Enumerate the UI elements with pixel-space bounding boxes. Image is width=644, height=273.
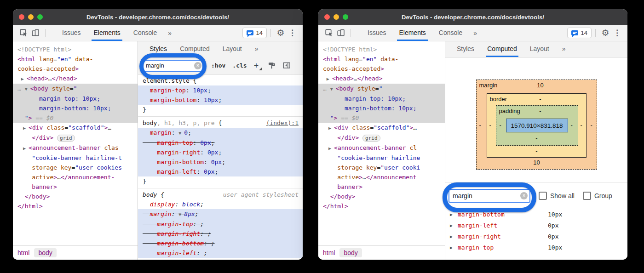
computed-property-row[interactable]: ▶margin-right0px	[445, 231, 627, 242]
code-line[interactable]: … ▼ <body style="	[318, 84, 445, 94]
breadcrumb-body[interactable]: body	[34, 248, 56, 257]
border-left-value[interactable]: -	[489, 121, 491, 130]
more-tabs-icon[interactable]: »	[469, 29, 482, 37]
margin-top-value[interactable]: 10	[531, 82, 550, 89]
code-line[interactable]: margin-bottom: 0px;	[138, 157, 303, 167]
code-line[interactable]: </div> grid	[318, 133, 445, 143]
css-rule-section[interactable]: body, h1, h3, p, pre {(index):1 margin: …	[138, 117, 303, 188]
breadcrumb-html[interactable]: html	[323, 249, 335, 256]
code-line[interactable]: margin-bottom: 10px;	[138, 95, 303, 105]
code-line[interactable]: ▶ <announcement-banner clas	[13, 143, 138, 153]
code-line[interactable]: body {user agent stylesheet	[138, 190, 303, 199]
padding-right-value[interactable]: -	[571, 121, 573, 130]
tab-issues[interactable]: Issues	[56, 25, 87, 41]
code-line[interactable]: margin-top: ;	[138, 219, 303, 229]
border-top-value[interactable]: -	[531, 96, 550, 102]
issues-counter[interactable]: 14	[567, 28, 592, 38]
more-sidebar-tabs-icon[interactable]: »	[250, 41, 264, 57]
minimize-button[interactable]	[334, 14, 339, 20]
code-line[interactable]: <html lang="en" data-	[318, 54, 445, 64]
code-line[interactable]: <!DOCTYPE html>	[13, 45, 138, 54]
settings-gear-icon[interactable]: ⚙	[275, 27, 287, 39]
kebab-menu-icon[interactable]: ⋮	[287, 28, 298, 38]
group-checkbox[interactable]: Group	[583, 192, 612, 200]
code-line[interactable]: "cookie-banner hairline-t	[13, 153, 138, 163]
code-line[interactable]: … ▼ <body style="	[13, 84, 138, 94]
code-line[interactable]: storage-key="user-cooki	[318, 163, 445, 172]
inspect-element-icon[interactable]	[323, 27, 335, 39]
code-line[interactable]: margin-bottom: 10px;	[318, 103, 445, 113]
disclosure-triangle-icon[interactable]: ▶	[450, 234, 458, 239]
minimize-button[interactable]	[28, 14, 34, 20]
code-line[interactable]: banner>	[13, 182, 138, 192]
code-line[interactable]: margin-right: ;	[138, 229, 303, 239]
padding-top-value[interactable]: -	[531, 108, 550, 114]
zoom-button[interactable]	[343, 14, 348, 20]
rendering-emulation-icon[interactable]	[267, 62, 276, 70]
tab-elements[interactable]: Elements	[392, 25, 432, 41]
code-line[interactable]: </body>	[13, 192, 138, 201]
show-all-checkbox[interactable]: Show all	[539, 192, 575, 200]
code-line[interactable]: cookies-accepted>	[318, 64, 445, 74]
disclosure-triangle-icon[interactable]: ▶	[450, 223, 458, 228]
code-line[interactable]: ▶ <head>…</head>	[318, 74, 445, 84]
code-line[interactable]: active>…</announcement-	[13, 172, 138, 182]
tab-elements[interactable]: Elements	[87, 25, 126, 41]
code-line[interactable]: ▶ <head>…</head>	[13, 74, 138, 84]
margin-right-value[interactable]: -	[591, 121, 592, 130]
tab-console[interactable]: Console	[432, 25, 469, 41]
code-line[interactable]: </div> grid	[13, 133, 138, 143]
close-button[interactable]	[19, 14, 24, 20]
code-line[interactable]: }	[138, 176, 303, 186]
code-line[interactable]: </html>	[318, 201, 445, 211]
new-style-rule-button[interactable]: +	[254, 62, 261, 70]
css-rule-section[interactable]: body {user agent stylesheet display: blo…	[138, 188, 303, 260]
code-line[interactable]: "> == $0	[13, 113, 138, 123]
tab-layout[interactable]: Layout	[218, 41, 247, 57]
device-toolbar-icon[interactable]	[29, 27, 41, 39]
code-line[interactable]: ▶ <div class="scaffold">…	[318, 123, 445, 133]
disclosure-triangle-icon[interactable]: ▶	[450, 245, 458, 250]
code-line[interactable]: margin-bottom: 10px;	[13, 103, 138, 113]
toggle-element-state-button[interactable]: :hov	[211, 62, 225, 69]
device-toolbar-icon[interactable]	[335, 27, 347, 39]
code-line[interactable]: }	[138, 105, 303, 114]
computed-property-row[interactable]: ▶margin-left0px	[445, 220, 627, 231]
breadcrumb-body[interactable]: body	[339, 248, 362, 257]
close-button[interactable]	[324, 14, 330, 20]
code-line[interactable]: margin-right: 0px;	[138, 148, 303, 157]
code-line[interactable]: active>…</announcement	[318, 172, 445, 182]
code-line[interactable]: </body>	[318, 192, 445, 201]
more-tabs-icon[interactable]: »	[163, 29, 176, 37]
margin-bottom-value[interactable]: 10	[528, 159, 546, 166]
kebab-menu-icon[interactable]: ⋮	[611, 28, 623, 38]
code-line[interactable]: margin-top: 0px;	[138, 138, 303, 148]
code-line[interactable]: margin-left: ;	[138, 248, 303, 258]
code-line[interactable]: ▶ <announcement-banner cl	[318, 143, 445, 153]
code-line[interactable]: display: block;	[138, 199, 303, 209]
code-line[interactable]: "cookie-banner hairline	[318, 153, 445, 163]
code-line[interactable]: margin-left: 0px;	[138, 167, 303, 176]
disclosure-triangle-icon[interactable]: ▶	[450, 212, 458, 217]
element-classes-button[interactable]: .cls	[232, 62, 247, 69]
css-rules-list[interactable]: element.style { margin-top: 10px; margin…	[138, 74, 303, 260]
css-rule-section[interactable]: element.style { margin-top: 10px; margin…	[138, 74, 303, 117]
inspect-element-icon[interactable]	[17, 27, 29, 39]
code-line[interactable]: storage-key="user-cookies	[13, 163, 138, 172]
computed-property-row[interactable]: ▶margin-top10px	[445, 242, 627, 253]
code-line[interactable]: <html lang="en" data-	[13, 54, 138, 64]
code-line[interactable]: margin-top: 10px;	[318, 94, 445, 103]
tab-issues[interactable]: Issues	[361, 25, 392, 41]
tab-styles[interactable]: Styles	[452, 41, 479, 57]
dom-tree[interactable]: <!DOCTYPE html><html lang="en" data-cook…	[318, 41, 445, 246]
code-line[interactable]: cookies-accepted>	[13, 64, 138, 74]
code-line[interactable]: </html>	[13, 201, 138, 211]
more-sidebar-tabs-icon[interactable]: »	[557, 41, 571, 57]
tab-console[interactable]: Console	[127, 25, 163, 41]
padding-bottom-value[interactable]: -	[528, 135, 546, 142]
dom-tree[interactable]: <!DOCTYPE html><html lang="en" data-cook…	[13, 41, 138, 246]
code-line[interactable]: margin: ▼ 8px;	[138, 209, 303, 219]
tab-layout[interactable]: Layout	[525, 41, 554, 57]
box-model-content[interactable]: 1570.910×831.818	[506, 119, 568, 132]
code-line[interactable]: ▶ <div class="scaffold">…	[13, 123, 138, 133]
